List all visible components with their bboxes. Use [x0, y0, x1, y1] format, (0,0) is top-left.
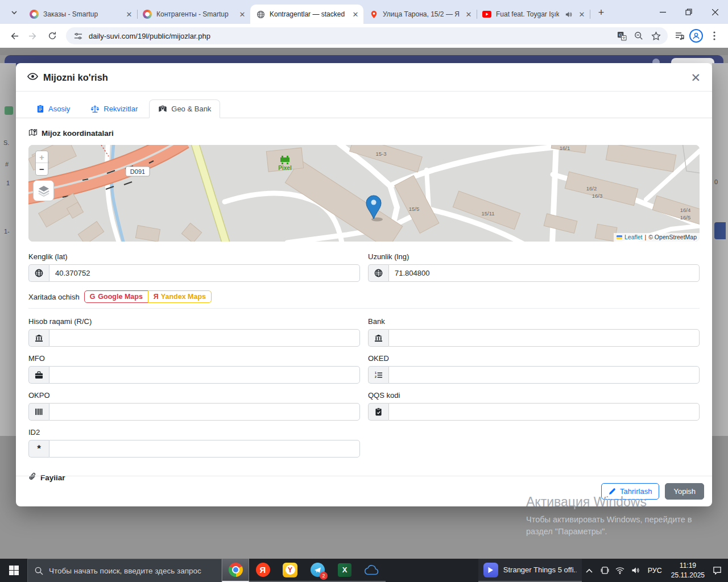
leaflet-map[interactable]: D091 Pixel 15-3 15/5 15	[28, 145, 700, 242]
taskbar-excel[interactable]: X	[331, 559, 358, 582]
bank-icon	[28, 329, 49, 347]
action-center-icon[interactable]	[709, 559, 725, 582]
tab-close-icon[interactable]: ✕	[238, 10, 247, 19]
close-button[interactable]: Yopish	[665, 483, 704, 500]
date: 25.11.2025	[671, 571, 705, 579]
zoom-out-button[interactable]: −	[36, 163, 48, 175]
svg-text:1: 1	[375, 371, 377, 375]
yandex-maps-button[interactable]: Я Yandex Maps	[148, 290, 212, 303]
browser-toolbar: daily-suvi.com/19l/public/mijozlar.php G…	[0, 24, 728, 48]
menu-kebab-icon[interactable]	[706, 28, 722, 44]
list-ol-icon: 12	[368, 366, 388, 384]
taskbar-media-task[interactable]: Stranger Things 5 offi...	[478, 559, 582, 582]
map-canvas[interactable]: D091 Pixel 15-3 15/5 15	[28, 145, 700, 242]
tab-geo-bank[interactable]: Geo & Bank	[149, 99, 220, 118]
browser-tab[interactable]: Контрагенты - Smartup ✕	[137, 5, 250, 24]
back-icon[interactable]	[6, 28, 22, 44]
edit-button[interactable]: Tahrirlash	[601, 483, 659, 500]
map-building-label: 16/2	[586, 185, 597, 192]
client-view-modal: Mijozni ko'rish ✕ Asosiy Rekvizitlar Geo…	[16, 63, 712, 506]
background-content-right: 0	[712, 63, 728, 436]
taskbar-telegram[interactable]: 2	[304, 559, 331, 582]
tab-asosiy[interactable]: Asosiy	[27, 99, 79, 118]
wifi-icon[interactable]	[613, 559, 628, 582]
globe-icon	[256, 10, 265, 19]
clipboard-check-icon	[368, 403, 388, 421]
site-settings-icon[interactable]	[72, 30, 84, 42]
taskbar-yandex[interactable]: Я	[249, 559, 276, 582]
bank-label: Bank	[368, 317, 700, 326]
address-bar[interactable]: daily-suvi.com/19l/public/mijozlar.php G…	[66, 27, 668, 44]
browser-tab[interactable]: Fuat feat. Toygar Işık ✕	[477, 5, 590, 24]
start-button[interactable]	[0, 559, 27, 582]
lng-input[interactable]	[388, 264, 700, 282]
tab-close-icon[interactable]: ✕	[577, 10, 586, 19]
map-building-label: 15-3	[375, 151, 386, 157]
backdrop-strip	[0, 48, 728, 55]
taskbar-search[interactable]: Чтобы начать поиск, введите здесь запрос	[27, 559, 222, 582]
taskbar-cloud[interactable]	[358, 559, 386, 582]
tray-device-icon[interactable]	[597, 559, 613, 582]
browser-tab[interactable]: Улица Тарона, 15/2 — Я ✕	[363, 5, 477, 24]
tray-chevron-up-icon[interactable]	[582, 559, 597, 582]
account-input[interactable]	[49, 329, 360, 347]
id2-label: ID2	[28, 428, 360, 436]
bookmark-star-icon[interactable]	[650, 30, 662, 42]
close-window-button[interactable]	[702, 0, 728, 24]
background-text: #	[5, 161, 9, 168]
bank-input[interactable]	[388, 329, 700, 347]
map-building-label: 15/5	[409, 206, 420, 212]
qqs-input[interactable]	[388, 403, 700, 421]
new-tab-button[interactable]: +	[593, 5, 609, 20]
svg-text:文: 文	[622, 36, 626, 40]
lat-input[interactable]	[49, 264, 360, 282]
okpo-input[interactable]	[49, 403, 360, 421]
open-map-label: Xaritada ochish	[28, 293, 80, 301]
map-pin-icon	[369, 10, 378, 19]
browser-tab[interactable]: Заказы - Smartup ✕	[24, 5, 137, 24]
tab-close-icon[interactable]: ✕	[464, 10, 473, 19]
tab-close-icon[interactable]: ✕	[125, 10, 134, 19]
google-maps-button[interactable]: G Google Maps	[84, 290, 148, 303]
modal-close-icon[interactable]: ✕	[690, 72, 701, 84]
reload-icon[interactable]	[44, 28, 60, 44]
map-layers-button[interactable]	[33, 180, 54, 201]
map-building-label: 16/4	[680, 207, 691, 213]
minimize-button[interactable]	[650, 0, 676, 24]
map-zoom-control: + −	[35, 151, 48, 176]
briefcase-icon	[28, 366, 49, 384]
profile-avatar[interactable]	[689, 29, 703, 43]
page-backdrop: S. # 1 1- 0 Mijozni ko'rish ✕ Asosiy	[0, 48, 728, 559]
barcode-icon	[28, 403, 49, 421]
clock[interactable]: 11:19 25.11.2025	[667, 561, 709, 579]
oked-input[interactable]	[388, 366, 700, 384]
mfo-input[interactable]	[49, 366, 360, 384]
media-controls-icon[interactable]	[673, 30, 686, 42]
tab-title: Kontragentlar — stacked	[270, 10, 346, 18]
osm-attribution[interactable]: © OpenStreetMap	[648, 234, 697, 240]
tab-search-chevron-icon[interactable]	[6, 5, 23, 20]
browser-tab-active[interactable]: Kontragentlar — stacked ✕	[250, 5, 363, 24]
media-play-icon	[483, 563, 498, 577]
taskbar-yandex-browser[interactable]: Y	[276, 559, 304, 582]
url-text[interactable]: daily-suvi.com/19l/public/mijozlar.php	[89, 32, 611, 40]
excel-icon: X	[338, 563, 351, 577]
tab-audio-icon[interactable]	[564, 10, 573, 19]
zoom-in-button[interactable]: +	[36, 151, 48, 163]
taskbar-chrome[interactable]	[222, 559, 249, 582]
language-indicator[interactable]: РУС	[643, 567, 667, 575]
tab-rekvizitlar[interactable]: Rekvizitlar	[81, 99, 147, 118]
qqs-label: QQS kodi	[368, 391, 700, 400]
account-label: Hisob raqami (R/C)	[28, 317, 360, 326]
zoom-out-page-icon[interactable]	[632, 30, 645, 42]
map-attribution: Leaflet | © OpenStreetMap	[614, 233, 700, 242]
forward-icon[interactable]	[25, 28, 41, 44]
restore-button[interactable]	[676, 0, 702, 24]
id2-input[interactable]	[49, 440, 360, 458]
leaflet-link[interactable]: Leaflet	[624, 234, 643, 240]
translate-icon[interactable]: G文	[615, 30, 628, 42]
volume-icon[interactable]	[628, 559, 643, 582]
tab-title: Контрагенты - Smartup	[156, 10, 233, 18]
yandex-browser-icon: Y	[283, 563, 297, 577]
tab-close-icon[interactable]: ✕	[351, 10, 360, 19]
